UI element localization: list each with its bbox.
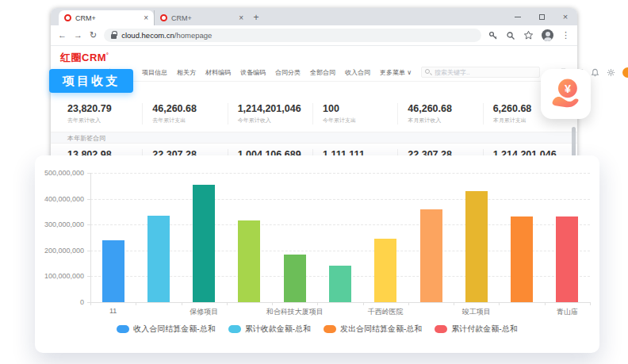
close-button[interactable]: × (553, 8, 577, 25)
stat-cell: 46,260.68 本月累计收入 (397, 103, 482, 125)
y-axis-label: 500,000,000 (35, 169, 84, 177)
x-axis-tick (363, 302, 364, 305)
x-axis-tick (590, 302, 591, 305)
crm-logo-mark: ° (106, 52, 109, 58)
bar-4[interactable] (238, 220, 260, 302)
browser-address-bar: ← → ↻ cloud.hecom.cn/homepage ⋮ (51, 25, 577, 46)
y-axis-label: 100,000,000 (35, 272, 84, 280)
x-axis-label: 11 (62, 307, 165, 315)
bar-6[interactable] (329, 266, 351, 302)
magnifier-icon[interactable] (506, 31, 515, 40)
crm-search (421, 67, 540, 78)
bar-5[interactable] (284, 255, 306, 302)
nav-item[interactable]: 设备编码 (240, 68, 266, 77)
money-icon-card[interactable]: ¥ (541, 69, 591, 119)
browser-tab-inactive[interactable]: CRM+ × (154, 10, 249, 25)
url-box[interactable]: cloud.hecom.cn/homepage (104, 29, 481, 42)
new-tab-button[interactable]: + (249, 10, 263, 25)
crm-user-avatar[interactable] (622, 67, 628, 78)
nav-item[interactable]: 项目信息 (142, 68, 167, 77)
legend-swatch-icon (117, 325, 129, 333)
legend-item[interactable]: 收入合同结算金额-总和 (117, 324, 215, 335)
crm-logo: 红圈CRM° (60, 52, 109, 63)
bar-11[interactable] (556, 216, 578, 302)
browser-tab-strip: CRM+ × CRM+ × + × (51, 8, 577, 25)
legend-item[interactable]: 发出合同结算金额-总和 (324, 324, 422, 335)
chart-legend: 收入合同结算金额-总和累计收款金额-总和发出合同结算金额-总和累计付款金额-总和 (35, 324, 599, 335)
star-icon[interactable] (523, 30, 534, 40)
legend-swatch-icon (435, 325, 447, 333)
nav-item[interactable]: 材料编码 (205, 68, 231, 77)
crm-favicon-icon (64, 14, 71, 21)
x-axis-tick (90, 302, 91, 305)
gear-icon[interactable] (607, 68, 615, 77)
url-path: /homepage (174, 31, 213, 40)
window-controls: × (506, 8, 577, 25)
legend-label: 收入合同结算金额-总和 (133, 324, 215, 335)
x-axis-tick (136, 302, 136, 305)
tab-close-icon[interactable]: × (144, 14, 148, 22)
minimize-button[interactable] (506, 8, 530, 25)
x-axis-label: 和合科技大厦项目 (243, 307, 347, 317)
section-title: 本年新签合同 (51, 132, 577, 144)
bar-1[interactable] (102, 240, 124, 302)
gridline (90, 173, 590, 174)
legend-label: 累计收款金额-总和 (245, 324, 311, 335)
x-axis-tick (499, 302, 500, 305)
stat-value: 46,260.68 (152, 103, 227, 114)
browser-profile-icon[interactable] (542, 29, 553, 41)
bell-icon[interactable] (591, 68, 599, 77)
stat-label: 去年累计支出 (152, 117, 227, 125)
lock-icon (111, 34, 117, 39)
stat-label: 本月累计收入 (408, 117, 482, 125)
nav-item[interactable]: 全部合同 (310, 68, 335, 77)
reload-icon[interactable]: ↻ (90, 31, 97, 40)
back-icon[interactable]: ← (58, 31, 67, 40)
bar-10[interactable] (511, 216, 533, 302)
stat-value: 23,820.79 (67, 103, 142, 114)
x-axis-label: 千西岭医院 (334, 307, 437, 317)
bar-7[interactable] (374, 239, 396, 302)
legend-swatch-icon (324, 325, 336, 333)
desktop-background: CRM+ × CRM+ × + × ← → ↻ cloud.hecom.cn/h… (0, 0, 628, 364)
tab-title: CRM+ (75, 14, 140, 22)
y-axis-label: 400,000,000 (35, 195, 84, 203)
crm-search-input[interactable] (421, 67, 540, 78)
yuan-symbol: ¥ (564, 82, 570, 94)
nav-item[interactable]: 相关方 (177, 68, 196, 77)
browser-tab-active[interactable]: CRM+ × (59, 10, 154, 25)
stat-cell: 100 今年累计支出 (312, 103, 397, 125)
bar-9[interactable] (465, 191, 488, 302)
legend-item[interactable]: 累计收款金额-总和 (228, 324, 311, 335)
stat-value: 1,214,201,046 (238, 103, 312, 114)
bar-3[interactable] (193, 185, 215, 302)
y-axis-line (90, 173, 91, 302)
stat-label: 今年累计收入 (238, 117, 312, 125)
nav-item[interactable]: 收入合同 (345, 68, 370, 77)
bar-2[interactable] (147, 216, 170, 302)
menu-dots-icon[interactable]: ⋮ (561, 30, 570, 40)
nav-item[interactable]: 合同分类 (275, 68, 301, 77)
x-axis-label: 竣工项目 (425, 307, 528, 317)
forward-icon[interactable]: → (74, 31, 82, 40)
url-domain: cloud.hecom.cn (121, 31, 174, 40)
chart-card: 500,000,000400,000,000300,000,000200,000… (35, 155, 599, 353)
crm-favicon-icon (160, 14, 167, 21)
nav-item[interactable]: 更多菜单 ∨ (380, 68, 412, 77)
tab-title: CRM+ (171, 14, 235, 22)
y-axis-label: 0 (35, 298, 84, 306)
tab-close-icon[interactable]: × (239, 14, 243, 22)
legend-label: 累计付款金额-总和 (451, 324, 517, 335)
x-axis-tick (454, 302, 454, 305)
x-axis-tick (408, 302, 409, 305)
project-income-expense-badge[interactable]: 项目收支 (49, 69, 133, 93)
bar-8[interactable] (420, 209, 442, 302)
x-axis-tick (545, 302, 546, 305)
gridline (90, 199, 590, 200)
stat-value: 100 (323, 103, 397, 114)
key-icon[interactable] (488, 31, 498, 40)
legend-item[interactable]: 累计付款金额-总和 (435, 324, 517, 335)
x-axis-label: 青山庙 (515, 307, 618, 317)
stat-cell: 46,260.68 去年累计支出 (142, 103, 227, 125)
maximize-button[interactable] (530, 8, 553, 25)
